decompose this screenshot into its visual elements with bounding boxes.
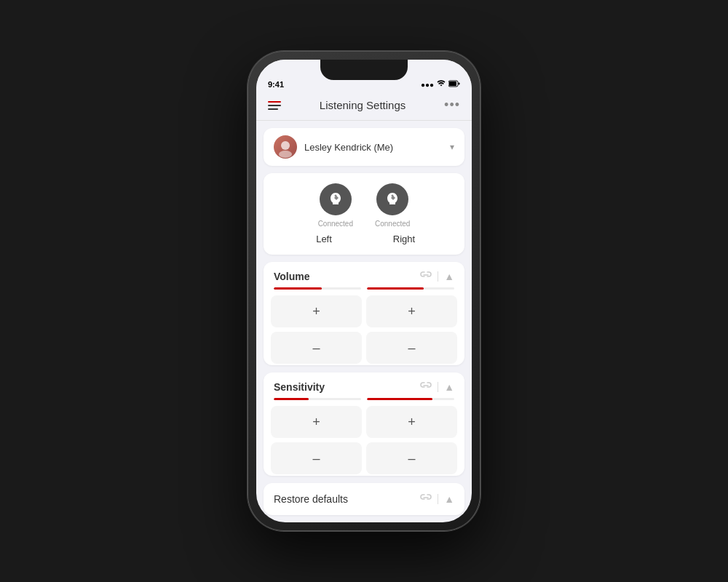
status-time: 9:41 xyxy=(268,80,284,89)
status-icons: ●●● xyxy=(421,80,460,89)
left-earbud-icon xyxy=(320,183,352,215)
volume-section: Volume ▲ xyxy=(264,262,464,365)
phone-frame: 9:41 ●●● xyxy=(248,51,480,531)
page-title: Listening Settings xyxy=(320,99,405,111)
sensitivity-right-fill xyxy=(367,398,432,400)
sensitivity-right-plus-button[interactable]: + xyxy=(366,406,457,438)
sensitivity-controls: + + – – xyxy=(264,406,464,476)
volume-icons: ▲ xyxy=(420,269,454,283)
app-header: Listening Settings ••• xyxy=(256,92,472,121)
divider xyxy=(438,382,438,392)
chevron-down-icon: ▾ xyxy=(450,142,454,152)
volume-title: Volume xyxy=(274,271,310,282)
volume-expand-icon[interactable]: ▲ xyxy=(444,271,454,282)
right-earbud-status: Connected xyxy=(375,220,410,228)
svg-rect-2 xyxy=(459,83,460,85)
right-earbud: Connected xyxy=(375,183,410,228)
sensitivity-section: Sensitivity ▲ xyxy=(264,372,464,476)
volume-right-plus-button[interactable]: + xyxy=(366,295,457,327)
volume-right-fill xyxy=(367,287,424,290)
sensitivity-header: Sensitivity ▲ xyxy=(264,372,464,398)
volume-controls: + + – – xyxy=(264,295,464,365)
svg-point-6 xyxy=(392,195,394,197)
left-earbud: Connected xyxy=(318,183,353,228)
sensitivity-progress-bars xyxy=(264,398,464,406)
divider xyxy=(438,494,438,504)
user-info: Lesley Kendrick (Me) xyxy=(274,135,393,159)
volume-left-fill xyxy=(274,287,322,290)
sensitivity-icons: ▲ xyxy=(420,380,454,394)
sensitivity-title: Sensitivity xyxy=(274,381,325,393)
left-earbud-status: Connected xyxy=(318,220,353,228)
menu-line-1 xyxy=(268,101,281,103)
restore-expand-icon[interactable]: ▲ xyxy=(444,493,454,505)
menu-line-2 xyxy=(268,105,281,106)
phone-screen: 9:41 ●●● xyxy=(256,60,472,522)
avatar-image xyxy=(274,135,297,159)
volume-left-bar xyxy=(274,287,361,290)
scroll-area: Lesley Kendrick (Me) ▾ xyxy=(256,121,472,522)
earbuds-card: Connected Connected xyxy=(264,173,464,255)
menu-button[interactable] xyxy=(268,101,281,110)
restore-icons: ▲ xyxy=(420,492,454,506)
sensitivity-right-minus-button[interactable]: – xyxy=(366,442,457,474)
sensitivity-expand-icon[interactable]: ▲ xyxy=(444,381,454,393)
sensitivity-right-bar xyxy=(367,398,454,400)
restore-label: Restore defaults xyxy=(274,493,348,505)
restore-defaults-bar[interactable]: Restore defaults ▲ xyxy=(264,483,464,515)
sensitivity-left-plus-button[interactable]: + xyxy=(271,406,362,438)
svg-point-3 xyxy=(281,141,290,150)
svg-point-4 xyxy=(279,151,292,158)
volume-left-minus-button[interactable]: – xyxy=(271,332,362,364)
avatar xyxy=(274,135,297,159)
sensitivity-left-minus-button[interactable]: – xyxy=(271,442,362,474)
ear-labels: Left Right xyxy=(274,234,454,244)
notch xyxy=(320,60,408,80)
right-label: Right xyxy=(386,234,422,244)
more-button[interactable]: ••• xyxy=(444,97,460,113)
volume-header: Volume ▲ xyxy=(264,262,464,287)
volume-progress-bars xyxy=(264,287,464,295)
svg-rect-1 xyxy=(449,81,456,86)
divider xyxy=(438,271,438,282)
volume-link-icon[interactable] xyxy=(420,269,432,283)
user-selector[interactable]: Lesley Kendrick (Me) ▾ xyxy=(264,128,464,166)
signal-icon: ●●● xyxy=(421,81,434,89)
earbuds-container: Connected Connected xyxy=(274,183,454,228)
right-earbud-icon xyxy=(376,183,408,215)
sensitivity-left-fill xyxy=(274,398,309,400)
menu-line-3 xyxy=(268,108,278,110)
battery-icon xyxy=(448,80,460,89)
svg-point-5 xyxy=(334,195,336,197)
sensitivity-link-icon[interactable] xyxy=(420,380,432,394)
wifi-icon xyxy=(437,80,446,89)
restore-link-icon[interactable] xyxy=(420,492,432,506)
volume-left-plus-button[interactable]: + xyxy=(271,295,362,327)
volume-right-minus-button[interactable]: – xyxy=(366,332,457,364)
sensitivity-left-bar xyxy=(274,398,361,400)
left-label: Left xyxy=(306,234,342,244)
volume-right-bar xyxy=(367,287,454,290)
user-name: Lesley Kendrick (Me) xyxy=(304,142,393,153)
